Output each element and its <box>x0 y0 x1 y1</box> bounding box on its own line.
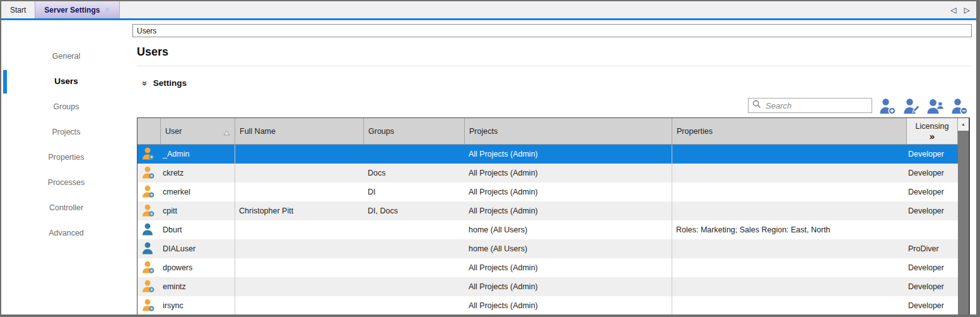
cell-full_name: Christopher Pitt <box>235 201 364 220</box>
settings-section-header[interactable]: » Settings <box>143 78 187 88</box>
cell-properties <box>672 277 907 296</box>
column-header-full_name[interactable]: Full Name <box>235 118 364 144</box>
user-type-icon-cell <box>137 201 161 220</box>
table-row-irsync[interactable]: irsyncAll Projects (Admin)Developer <box>137 296 958 314</box>
table-row-ckretz[interactable]: ckretzDocsAll Projects (Admin)Developer <box>137 164 958 182</box>
cell-licensing: Developer <box>907 296 958 314</box>
sidebar-item-groups[interactable]: Groups <box>1 94 131 119</box>
app-window: Start Server Settings ✕ ◁ ▷ GeneralUsers… <box>0 0 980 317</box>
licensing-expand-icon[interactable]: » <box>930 131 935 141</box>
cell-projects: home (All Users) <box>465 220 672 239</box>
admin-user-icon <box>141 184 157 200</box>
sidebar-item-projects[interactable]: Projects <box>1 119 131 145</box>
cell-licensing <box>907 220 958 239</box>
user-type-icon-cell <box>137 296 161 314</box>
cell-groups: DI <box>364 182 465 201</box>
cell-full_name <box>235 220 364 239</box>
table-header: UserFull NameGroupsProjectsPropertiesLic… <box>137 118 958 145</box>
cell-user: DIALuser <box>161 239 235 258</box>
tab-start[interactable]: Start <box>1 1 35 18</box>
collapse-chevron-icon[interactable]: » <box>141 81 149 86</box>
scroll-up-icon[interactable]: ▲ <box>958 118 969 129</box>
column-header-licensing[interactable]: Licensing » <box>907 118 958 144</box>
search-box <box>748 98 872 113</box>
title-divider <box>137 66 972 66</box>
cell-properties <box>672 145 907 164</box>
sidebar-item-processes[interactable]: Processes <box>1 170 131 195</box>
table-row-DIALuser[interactable]: DIALuserhome (All Users)ProDiver <box>137 239 958 258</box>
user-type-icon-cell <box>137 164 161 182</box>
column-header-icon[interactable] <box>137 118 161 144</box>
vertical-scrollbar[interactable]: ▲ <box>958 118 969 314</box>
cell-properties <box>672 164 907 182</box>
tab-start-label: Start <box>10 6 26 15</box>
tab-close-icon[interactable]: ✕ <box>104 6 110 13</box>
cell-full_name <box>235 182 364 201</box>
tab-server-settings[interactable]: Server Settings ✕ <box>35 1 119 18</box>
copy-user-button[interactable] <box>926 97 945 116</box>
sidebar-item-general[interactable]: General <box>1 44 131 69</box>
user-type-icon-cell <box>137 220 161 239</box>
tab-scroll-right-icon[interactable]: ▷ <box>964 6 970 15</box>
table-row-cpitt[interactable]: cpittChristopher PittDI, DocsAll Project… <box>137 201 958 220</box>
cell-properties <box>672 296 907 314</box>
cell-licensing: Developer <box>907 145 958 164</box>
cell-projects: All Projects (Admin) <box>465 182 672 201</box>
header-label: User <box>165 127 182 136</box>
cell-user: cmerkel <box>161 182 235 201</box>
admin-user-icon <box>141 298 157 313</box>
column-header-user[interactable]: User <box>161 118 235 144</box>
header-label: Properties <box>677 127 713 136</box>
table-row-Dburt[interactable]: Dburthome (All Users)Roles: Marketing; S… <box>137 220 958 239</box>
tab-bar: Start Server Settings ✕ ◁ ▷ <box>1 1 976 20</box>
user-type-icon-cell <box>137 239 161 258</box>
remove-user-button[interactable] <box>950 97 969 116</box>
sort-ascending-icon <box>223 129 230 138</box>
cell-projects: All Projects (Admin) <box>465 145 672 164</box>
cell-licensing: Developer <box>907 182 958 201</box>
scrollbar-thumb[interactable] <box>958 131 969 314</box>
cell-user: cpitt <box>161 201 235 220</box>
column-header-projects[interactable]: Projects <box>465 118 672 144</box>
cell-licensing: Developer <box>907 277 958 296</box>
cell-licensing: ProDiver <box>907 239 958 258</box>
cell-full_name <box>235 239 364 258</box>
tab-scroll-left-icon[interactable]: ◁ <box>951 6 957 15</box>
users-table: UserFull NameGroupsProjectsPropertiesLic… <box>137 117 970 314</box>
add-user-button[interactable] <box>878 97 897 116</box>
section-path-input[interactable] <box>132 24 972 37</box>
column-header-properties[interactable]: Properties <box>672 118 907 144</box>
sidebar-item-users[interactable]: Users <box>1 69 131 94</box>
cell-groups: Docs <box>364 164 465 182</box>
cell-projects: All Projects (Admin) <box>465 164 672 182</box>
edit-user-button[interactable] <box>902 97 921 116</box>
table-row-_Admin[interactable]: _AdminAll Projects (Admin)Developer <box>137 145 958 164</box>
cell-groups <box>364 277 465 296</box>
header-label: Projects <box>469 127 498 136</box>
cell-properties: Roles: Marketing; Sales Region: East, No… <box>672 220 907 239</box>
cell-user: irsync <box>161 296 235 314</box>
admin-user-icon <box>141 147 157 162</box>
sidebar-item-advanced[interactable]: Advanced <box>1 220 131 246</box>
admin-user-icon <box>141 165 157 181</box>
cell-licensing: Developer <box>907 201 958 220</box>
cell-groups <box>364 239 465 258</box>
table-row-emintz[interactable]: emintzAll Projects (Admin)Developer <box>137 277 958 296</box>
cell-user: dpowers <box>161 258 235 277</box>
cell-full_name <box>235 145 364 164</box>
plain-user-icon <box>141 222 157 237</box>
column-header-groups[interactable]: Groups <box>364 118 465 144</box>
sidebar-item-controller[interactable]: Controller <box>1 195 131 220</box>
cell-properties <box>672 239 907 258</box>
cell-groups <box>364 296 465 314</box>
user-type-icon-cell <box>137 258 161 277</box>
table-row-dpowers[interactable]: dpowersAll Projects (Admin)Developer <box>137 258 958 277</box>
sidebar-item-properties[interactable]: Properties <box>1 145 131 170</box>
cell-properties <box>672 182 907 201</box>
user-actions-toolbar <box>878 97 969 116</box>
search-input[interactable] <box>764 100 868 111</box>
cell-full_name <box>235 296 364 314</box>
table-row-cmerkel[interactable]: cmerkelDIAll Projects (Admin)Developer <box>137 182 958 201</box>
header-label: Groups <box>368 127 394 136</box>
cell-groups <box>364 220 465 239</box>
